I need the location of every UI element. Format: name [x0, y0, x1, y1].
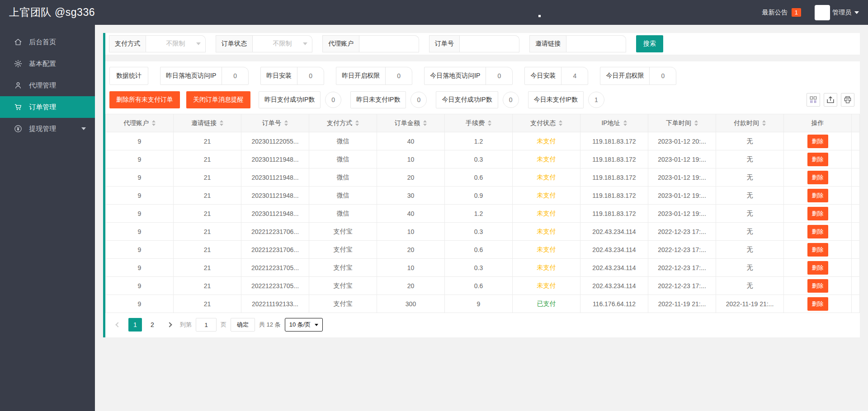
sort-asc-icon[interactable] [559, 120, 562, 122]
sidebar-item-4[interactable]: 提现管理 [0, 118, 95, 140]
sort-icons[interactable] [762, 120, 766, 126]
sort-desc-icon[interactable] [694, 124, 698, 126]
sort-icons[interactable] [623, 120, 627, 126]
delete-button[interactable]: 删除 [807, 225, 828, 238]
cell-ip: 202.43.234.114 [580, 259, 648, 277]
delete-button[interactable]: 删除 [807, 243, 828, 257]
sort-asc-icon[interactable] [488, 120, 491, 122]
sort-asc-icon[interactable] [694, 120, 698, 122]
sort-icons[interactable] [152, 120, 156, 126]
sort-icons[interactable] [423, 120, 427, 126]
next-page-button[interactable] [163, 318, 176, 332]
per-page-select[interactable]: 10 条/页 [285, 318, 323, 332]
cell-pay_method: 支付宝 [309, 223, 377, 241]
sort-desc-icon[interactable] [355, 124, 359, 126]
cell-invite: 21 [174, 168, 241, 187]
delete-button[interactable]: 删除 [807, 279, 828, 293]
sort-icons[interactable] [559, 120, 562, 126]
filter-select-1[interactable]: 不限制 [253, 35, 312, 52]
stat-box-3: 今日落地页访问IP0 [424, 67, 513, 85]
delete-button[interactable]: 删除 [807, 135, 828, 148]
announcement-link[interactable]: 最新公告 1 [762, 8, 801, 17]
sort-desc-icon[interactable] [220, 124, 223, 126]
stat-label: 今日安装 [525, 67, 561, 84]
sort-asc-icon[interactable] [220, 120, 223, 122]
sort-asc-icon[interactable] [284, 120, 288, 122]
cell-order_time: 2023-01-12 20:... [648, 132, 716, 150]
delete-all-unpaid-button[interactable]: 删除所有未支付订单 [109, 91, 180, 108]
cell-pay_method: 微信 [309, 150, 377, 168]
total-count: 共 12 条 [259, 321, 281, 329]
sort-desc-icon[interactable] [623, 124, 627, 126]
cell-agent: 9 [106, 241, 174, 259]
sort-asc-icon[interactable] [762, 120, 766, 122]
column-header-3[interactable]: 支付方式 [309, 114, 377, 132]
cell-status: 已支付 [513, 295, 580, 313]
user-menu[interactable]: 管理员 [815, 5, 859, 20]
column-header-2[interactable]: 订单号 [241, 114, 309, 132]
delete-button[interactable]: 删除 [807, 153, 828, 166]
page-button-2[interactable]: 2 [146, 318, 159, 332]
cell-order_time: 2023-01-12 19:... [648, 168, 716, 187]
sort-desc-icon[interactable] [152, 124, 156, 126]
prev-page-button[interactable] [112, 318, 124, 332]
delete-button[interactable]: 删除 [807, 207, 828, 220]
sort-asc-icon[interactable] [423, 120, 427, 122]
search-button[interactable]: 搜索 [636, 35, 663, 52]
sort-desc-icon[interactable] [488, 124, 491, 126]
delete-button[interactable]: 删除 [807, 171, 828, 184]
filter-select-value: 不限制 [273, 40, 292, 48]
cell-fee: 1.2 [445, 132, 513, 150]
column-header-9[interactable]: 付款时间 [716, 114, 784, 132]
export-button[interactable] [824, 93, 837, 107]
sort-desc-icon[interactable] [284, 124, 288, 126]
counter-label: 今日未支付IP数 [528, 91, 584, 108]
column-header-0[interactable]: 代理账户 [106, 114, 174, 132]
sort-asc-icon[interactable] [355, 120, 359, 122]
filter-input-2[interactable] [359, 35, 419, 52]
column-header-8[interactable]: 下单时间 [648, 114, 716, 132]
filter-input-4[interactable] [566, 35, 626, 52]
close-order-notify-button[interactable]: 关闭订单消息提醒 [186, 91, 250, 108]
page-button-1[interactable]: 1 [128, 318, 142, 332]
columns-button[interactable] [807, 93, 820, 107]
cell-pay_method: 微信 [309, 205, 377, 223]
sort-icons[interactable] [284, 120, 288, 126]
cell-order_no: 202301121948... [241, 150, 309, 168]
user-name: 管理员 [832, 9, 851, 17]
sort-desc-icon[interactable] [762, 124, 766, 126]
sort-desc-icon[interactable] [423, 124, 427, 126]
avatar [815, 5, 830, 20]
column-header-1[interactable]: 邀请链接 [174, 114, 241, 132]
sort-asc-icon[interactable] [152, 120, 156, 122]
cell-pay_time: 无 [716, 205, 784, 223]
sort-icons[interactable] [220, 120, 223, 126]
sort-desc-icon[interactable] [559, 124, 562, 126]
delete-button[interactable]: 删除 [807, 261, 828, 275]
filter-input-3[interactable] [460, 35, 519, 52]
filter-label: 支付方式 [109, 35, 146, 52]
print-button[interactable] [841, 93, 854, 107]
sidebar-item-1[interactable]: 基本配置 [0, 53, 95, 75]
column-header-6[interactable]: 支付状态 [513, 114, 580, 132]
sidebar-item-label: 后台首页 [29, 38, 56, 47]
goto-page-input[interactable] [196, 318, 217, 332]
sort-icons[interactable] [355, 120, 359, 126]
column-header-7[interactable]: IP地址 [580, 114, 648, 132]
filter-select-0[interactable]: 不限制 [146, 35, 206, 52]
column-header-4[interactable]: 订单金额 [377, 114, 445, 132]
row-filler-cell [852, 295, 860, 313]
layout: 后台首页基本配置代理管理订单管理提现管理 支付方式不限制订单状态不限制代理账户订… [0, 25, 868, 411]
sidebar-item-0[interactable]: 后台首页 [0, 31, 95, 53]
column-header-5[interactable]: 手续费 [445, 114, 513, 132]
sidebar-item-2[interactable]: 代理管理 [0, 75, 95, 96]
sort-asc-icon[interactable] [623, 120, 627, 122]
cell-agent: 9 [106, 150, 174, 168]
cell-ip: 202.43.234.114 [580, 277, 648, 295]
sidebar-item-3[interactable]: 订单管理 [0, 96, 95, 118]
sort-icons[interactable] [694, 120, 698, 126]
delete-button[interactable]: 删除 [807, 297, 828, 311]
confirm-page-button[interactable]: 确定 [231, 318, 255, 332]
delete-button[interactable]: 删除 [807, 189, 828, 202]
sort-icons[interactable] [488, 120, 491, 126]
